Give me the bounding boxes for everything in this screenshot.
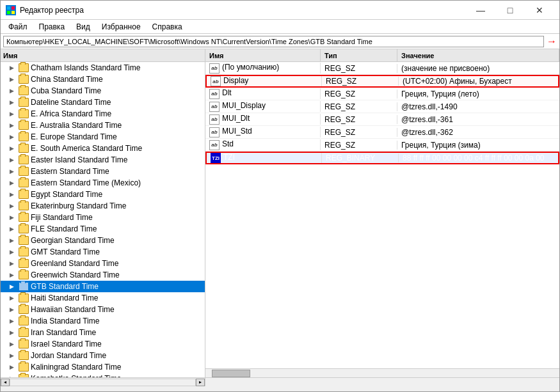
folder-icon xyxy=(19,132,29,141)
tree-item-label: Georgian Standard Time xyxy=(31,236,115,245)
tree-item-label: Egypt Standard Time xyxy=(31,190,102,199)
tree-item-label: Greenwich Standard Time xyxy=(31,270,120,279)
tree-item-label: Fiji Standard Time xyxy=(31,213,93,222)
registry-row[interactable]: ab(По умолчанию) REG_SZ (значение не при… xyxy=(205,62,559,75)
tree-item[interactable]: ▶ Dateline Standard Time xyxy=(1,97,205,108)
tree-item[interactable]: ▶ Kaliningrad Standard Time xyxy=(1,361,205,373)
tree-item-label: Chatham Islands Standard Time xyxy=(31,63,140,72)
maximize-button[interactable]: □ xyxy=(495,1,525,20)
ab-icon: ab xyxy=(209,114,220,125)
reg-cell-name: abMUI_Dlt xyxy=(205,114,321,125)
ab-icon: ab xyxy=(211,76,221,86)
ab-icon: ab xyxy=(209,63,220,74)
ab-icon: ab xyxy=(209,127,220,137)
folder-icon xyxy=(19,317,29,325)
tree-view[interactable]: ▶ Chatham Islands Standard Time ▶ China … xyxy=(1,62,205,377)
tree-item[interactable]: ▶ FLE Standard Time xyxy=(1,223,205,235)
folder-icon xyxy=(19,63,29,72)
tree-item[interactable]: ▶ Georgian Standard Time xyxy=(1,235,205,246)
tree-item[interactable]: ▶ Greenland Standard Time xyxy=(1,258,205,269)
left-bottom-scroll: ◂ ▸ xyxy=(1,377,205,386)
registry-row[interactable]: abDisplay REG_SZ (UTC+02:00) Афины, Буха… xyxy=(205,75,559,88)
svg-rect-3 xyxy=(12,11,15,14)
tree-item[interactable]: ▶ Haiti Standard Time xyxy=(1,292,205,304)
tree-item[interactable]: ▶ E. Australia Standard Time xyxy=(1,120,205,131)
tree-arrow-icon: ▶ xyxy=(10,226,19,232)
navigate-arrow-icon: → xyxy=(547,36,557,47)
h-scroll-thumb[interactable] xyxy=(212,370,250,377)
col-header-type[interactable]: Тип xyxy=(321,49,397,61)
menu-help[interactable]: Справка xyxy=(147,21,188,33)
tree-item[interactable]: ▶ Hawaiian Standard Time xyxy=(1,304,205,315)
col-header-name[interactable]: Имя xyxy=(205,49,321,61)
registry-row[interactable]: abMUI_Std REG_SZ @tzres.dll,-362 xyxy=(205,126,559,139)
col-header-value[interactable]: Значение xyxy=(397,49,559,61)
tree-item[interactable]: ▶ GTB Standard Time xyxy=(1,281,205,292)
reg-cell-name: TZITZI xyxy=(207,153,322,164)
tree-item-label: GTB Standard Time xyxy=(31,282,99,291)
scroll-right-btn[interactable]: ▸ xyxy=(196,379,205,386)
registry-row[interactable]: abMUI_Dlt REG_SZ @tzres.dll,-361 xyxy=(205,113,559,126)
reg-cell-value: @tzres.dll,-362 xyxy=(397,128,559,137)
tree-item[interactable]: ▶ E. Africa Standard Time xyxy=(1,108,205,120)
folder-icon xyxy=(19,167,29,176)
tree-arrow-icon: ▶ xyxy=(10,237,19,244)
tree-item[interactable]: ▶ Eastern Standard Time xyxy=(1,166,205,177)
registry-row[interactable]: abDlt REG_SZ Греция, Турция (лето) xyxy=(205,88,559,100)
close-button[interactable]: ✕ xyxy=(525,1,554,20)
menu-edit[interactable]: Правка xyxy=(34,21,70,33)
right-pane-scrollbar[interactable] xyxy=(205,368,559,377)
registry-row[interactable]: abMUI_Display REG_SZ @tzres.dll,-1490 xyxy=(205,100,559,113)
h-scroll-track[interactable] xyxy=(10,379,196,386)
tree-item[interactable]: ▶ Iran Standard Time xyxy=(1,327,205,338)
folder-icon xyxy=(19,259,29,268)
folder-icon xyxy=(19,270,29,279)
tree-arrow-icon: ▶ xyxy=(10,329,19,336)
folder-icon xyxy=(19,121,29,130)
address-input[interactable] xyxy=(3,36,544,47)
menu-file[interactable]: Файл xyxy=(3,21,33,33)
menu-favorites[interactable]: Избранное xyxy=(97,21,146,33)
tree-arrow-icon: ▶ xyxy=(10,76,19,82)
tree-arrow-icon: ▶ xyxy=(10,283,19,290)
bottom-bar: ◂ ▸ xyxy=(1,377,559,391)
tree-arrow-icon: ▶ xyxy=(10,249,19,255)
tree-item[interactable]: ▶ E. South America Standard Time xyxy=(1,143,205,154)
reg-cell-name: abMUI_Std xyxy=(205,127,321,137)
tree-item[interactable]: ▶ Ekaterinburg Standard Time xyxy=(1,200,205,212)
tree-item[interactable]: ▶ Israel Standard Time xyxy=(1,338,205,350)
tree-item[interactable]: ▶ China Standard Time xyxy=(1,74,205,85)
tree-arrow-icon: ▶ xyxy=(10,191,19,198)
registry-table[interactable]: ab(По умолчанию) REG_SZ (значение не при… xyxy=(205,62,559,368)
tree-item[interactable]: ▶ Chatham Islands Standard Time xyxy=(1,62,205,74)
tree-item[interactable]: ▶ Cuba Standard Time xyxy=(1,85,205,97)
left-pane-header: Имя xyxy=(1,49,205,62)
tree-item[interactable]: ▶ E. Europe Standard Time xyxy=(1,131,205,143)
tree-item[interactable]: ▶ GMT Standard Time xyxy=(1,246,205,258)
registry-row[interactable]: abStd REG_SZ Греция, Турция (зима) xyxy=(205,139,559,152)
tree-item-label: GMT Standard Time xyxy=(31,247,100,256)
folder-icon xyxy=(19,340,29,349)
tree-item[interactable]: ▶ Kamchatka Standard Time xyxy=(1,373,205,377)
reg-cell-type: REG_SZ xyxy=(321,115,397,124)
folder-icon xyxy=(19,282,29,291)
minimize-button[interactable]: — xyxy=(466,1,495,20)
folder-icon xyxy=(19,374,29,377)
tree-item[interactable]: ▶ India Standard Time xyxy=(1,315,205,327)
tree-item-label: E. Europe Standard Time xyxy=(31,132,117,141)
tree-item[interactable]: ▶ Eastern Standard Time (Mexico) xyxy=(1,177,205,189)
reg-cell-value: (UTC+02:00) Афины, Бухарест xyxy=(399,77,558,86)
menu-view[interactable]: Вид xyxy=(71,21,95,33)
tree-arrow-icon: ▶ xyxy=(10,168,19,175)
ab-icon: ab xyxy=(209,140,220,150)
tree-item[interactable]: ▶ Fiji Standard Time xyxy=(1,212,205,223)
tree-item[interactable]: ▶ Easter Island Standard Time xyxy=(1,154,205,166)
reg-cell-name: abDisplay xyxy=(207,76,322,87)
tree-item-label: Eastern Standard Time (Mexico) xyxy=(31,178,141,187)
registry-row[interactable]: TZITZI REG_BINARY 88 ff ff ff 00 00 00 0… xyxy=(205,152,559,164)
reg-cell-type: REG_BINARY xyxy=(322,153,399,162)
tree-item[interactable]: ▶ Jordan Standard Time xyxy=(1,350,205,361)
tree-item[interactable]: ▶ Greenwich Standard Time xyxy=(1,269,205,281)
tree-item[interactable]: ▶ Egypt Standard Time xyxy=(1,189,205,200)
scroll-left-btn[interactable]: ◂ xyxy=(1,379,10,386)
